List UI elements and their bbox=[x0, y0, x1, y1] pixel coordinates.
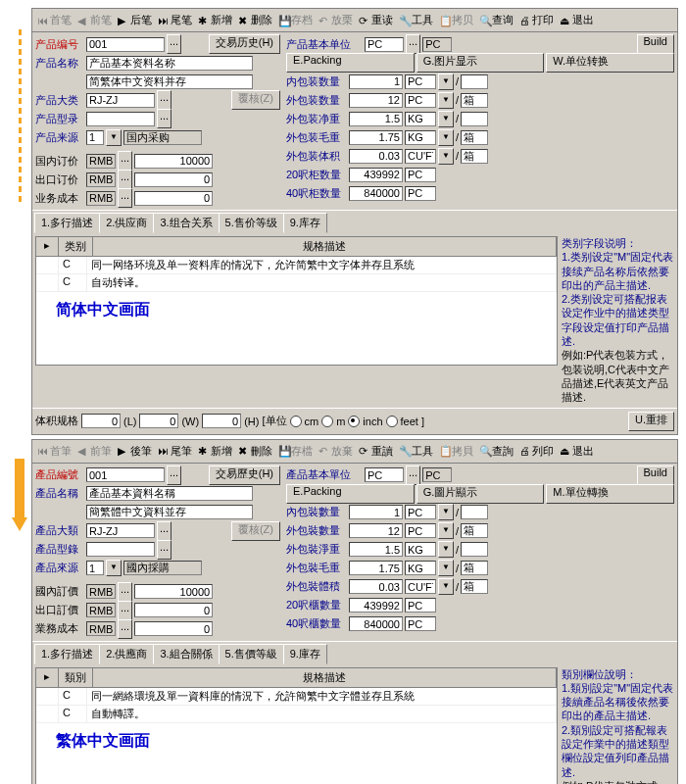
cost-input[interactable] bbox=[134, 191, 213, 206]
tab-2[interactable]: 3.组合关系 bbox=[153, 213, 219, 233]
pack-qty[interactable] bbox=[349, 149, 403, 164]
source-select[interactable] bbox=[86, 561, 104, 575]
unit-conv-button[interactable]: M.單位轉換 bbox=[546, 484, 674, 504]
lookup-button[interactable]: ... bbox=[406, 34, 420, 54]
dropdown-icon[interactable]: ▼ bbox=[438, 74, 454, 90]
dom-price-input[interactable] bbox=[134, 154, 213, 169]
lookup-button[interactable]: ... bbox=[118, 188, 132, 208]
tab-2[interactable]: 3.組合關係 bbox=[153, 644, 219, 664]
packing-button[interactable]: E.Packing bbox=[286, 484, 415, 504]
dim-l[interactable] bbox=[81, 414, 121, 428]
catalog-input[interactable] bbox=[86, 542, 155, 557]
pack-qty[interactable] bbox=[349, 598, 403, 612]
pack-qty[interactable] bbox=[349, 93, 403, 108]
pack-unit[interactable] bbox=[405, 93, 436, 108]
dropdown-icon[interactable]: ▼ bbox=[438, 522, 454, 539]
dropdown-icon[interactable]: ▼ bbox=[438, 541, 454, 558]
radio-feet[interactable] bbox=[386, 416, 398, 427]
lookup-button[interactable]: ... bbox=[157, 109, 172, 128]
toolbar-放栗[interactable]: ↶放栗 bbox=[316, 11, 356, 29]
lookup-button[interactable]: ... bbox=[118, 151, 132, 171]
audit-button[interactable]: 覆核(Z) bbox=[231, 90, 280, 110]
history-button[interactable]: 交易历史(H) bbox=[209, 34, 280, 54]
dropdown-icon[interactable]: ▼ bbox=[106, 129, 122, 146]
toolbar-前筆[interactable]: ◀前筆 bbox=[74, 442, 115, 461]
dropdown-icon[interactable]: ▼ bbox=[438, 129, 454, 146]
lookup-button[interactable]: ... bbox=[406, 466, 420, 485]
toolbar-工具[interactable]: 🔧工具 bbox=[396, 11, 436, 29]
toolbar-新增[interactable]: ✱新增 bbox=[195, 442, 235, 461]
toolbar-尾笔[interactable]: ⏭尾笔 bbox=[155, 11, 195, 29]
toolbar-打印[interactable]: 🖨打印 bbox=[516, 11, 557, 29]
toolbar-退出[interactable]: ⏏退出 bbox=[557, 442, 597, 461]
pack-qty[interactable] bbox=[349, 561, 403, 575]
toolbar-刪除[interactable]: ✖刪除 bbox=[235, 442, 275, 461]
description-grid[interactable]: ▸类别规格描述 C同一网络环境及单一资料库的情况下，允许简繁中文字体并存且系统C… bbox=[35, 236, 558, 366]
dropdown-icon[interactable]: ▼ bbox=[438, 111, 454, 127]
unit-input[interactable] bbox=[365, 467, 404, 482]
dropdown-icon[interactable]: ▼ bbox=[438, 578, 454, 595]
pack-unit[interactable] bbox=[405, 74, 436, 89]
pack-qty[interactable] bbox=[349, 523, 403, 538]
pack-per[interactable] bbox=[461, 542, 488, 557]
toolbar-拷贝[interactable]: 📋拷贝 bbox=[436, 11, 476, 29]
pack-per[interactable] bbox=[461, 74, 488, 89]
toolbar-删除[interactable]: ✖删除 bbox=[235, 11, 275, 29]
unit-conv-button[interactable]: W.单位转换 bbox=[546, 53, 674, 73]
pack-unit[interactable] bbox=[405, 505, 436, 519]
pack-unit[interactable] bbox=[405, 598, 436, 612]
lookup-button[interactable]: ... bbox=[118, 582, 132, 602]
product-id-input[interactable] bbox=[86, 467, 165, 482]
name-input-1[interactable] bbox=[86, 486, 253, 501]
cat-input[interactable] bbox=[86, 523, 155, 538]
pack-unit[interactable] bbox=[405, 130, 436, 145]
tab-4[interactable]: 9.库存 bbox=[283, 213, 327, 233]
exp-price-input[interactable] bbox=[134, 172, 213, 187]
tab-1[interactable]: 2.供应商 bbox=[99, 213, 154, 233]
pack-per[interactable] bbox=[461, 505, 488, 519]
cost-input[interactable] bbox=[134, 621, 213, 636]
pack-qty[interactable] bbox=[349, 505, 403, 519]
cat-input[interactable] bbox=[86, 93, 155, 108]
toolbar-尾筆[interactable]: ⏭尾筆 bbox=[155, 442, 195, 461]
radio-cm[interactable] bbox=[290, 416, 302, 427]
toolbar-前笔[interactable]: ◀前笔 bbox=[74, 11, 115, 29]
tab-0[interactable]: 1.多行描述 bbox=[34, 213, 100, 233]
product-id-input[interactable] bbox=[86, 37, 165, 52]
pack-per[interactable] bbox=[461, 579, 488, 594]
toolbar-退出[interactable]: ⏏退出 bbox=[557, 11, 597, 29]
exp-price-input[interactable] bbox=[134, 603, 213, 617]
pic-button[interactable]: G.圖片顯示 bbox=[416, 484, 545, 504]
dim-h[interactable] bbox=[202, 414, 241, 428]
pack-unit[interactable] bbox=[405, 112, 436, 126]
toolbar-存档[interactable]: 💾存档 bbox=[275, 11, 316, 29]
toolbar-查询[interactable]: 🔍查询 bbox=[476, 11, 516, 29]
catalog-input[interactable] bbox=[86, 112, 155, 126]
pack-unit[interactable] bbox=[405, 579, 436, 594]
lookup-button[interactable]: ... bbox=[118, 170, 132, 189]
pack-qty[interactable] bbox=[349, 186, 403, 201]
toolbar-列印[interactable]: 🖨列印 bbox=[516, 442, 557, 461]
toolbar-放棄[interactable]: ↶放棄 bbox=[316, 442, 356, 461]
radio-m[interactable] bbox=[321, 416, 333, 427]
name-input-1[interactable] bbox=[86, 56, 253, 71]
toolbar-後筆[interactable]: ▶後筆 bbox=[115, 442, 155, 461]
name-input-2[interactable] bbox=[86, 505, 253, 519]
tab-0[interactable]: 1.多行描述 bbox=[34, 644, 100, 664]
tab-3[interactable]: 5.售价等级 bbox=[219, 213, 284, 233]
pack-per[interactable] bbox=[461, 93, 488, 108]
source-select[interactable] bbox=[86, 130, 104, 145]
toolbar-重讀[interactable]: ⟳重讀 bbox=[356, 442, 396, 461]
lookup-button[interactable]: ... bbox=[118, 619, 132, 639]
pack-per[interactable] bbox=[461, 130, 488, 145]
dropdown-icon[interactable]: ▼ bbox=[106, 560, 122, 576]
pack-per[interactable] bbox=[461, 112, 488, 126]
dom-price-input[interactable] bbox=[134, 584, 213, 599]
radio-inch[interactable] bbox=[348, 416, 360, 427]
packing-button[interactable]: E.Packing bbox=[286, 53, 415, 73]
pack-unit[interactable] bbox=[405, 523, 436, 538]
toolbar-查詢[interactable]: 🔍查詢 bbox=[476, 442, 516, 461]
toolbar-存檔[interactable]: 💾存檔 bbox=[275, 442, 316, 461]
pack-per[interactable] bbox=[461, 149, 488, 164]
history-button[interactable]: 交易歷史(H) bbox=[209, 466, 280, 485]
